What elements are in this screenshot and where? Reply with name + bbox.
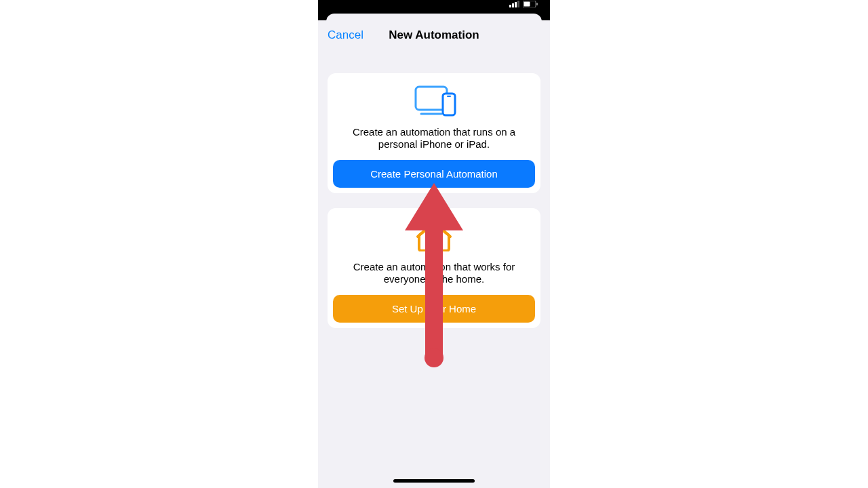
set-up-home-button[interactable]: Set Up Your Home — [333, 295, 535, 323]
battery-icon — [523, 1, 538, 9]
personal-description: Create an automation that runs on a pers… — [333, 126, 535, 160]
home-description: Create an automation that works for ever… — [333, 261, 535, 295]
personal-automation-card: Create an automation that runs on a pers… — [328, 73, 540, 193]
create-personal-automation-button[interactable]: Create Personal Automation — [333, 160, 535, 188]
sheet-top — [318, 14, 550, 20]
signal-icon — [509, 1, 520, 9]
status-bar — [318, 0, 550, 14]
svg-point-12 — [425, 348, 443, 367]
content-area: Create an automation that runs on a pers… — [318, 73, 550, 328]
home-icon — [415, 220, 453, 251]
status-indicators — [509, 0, 538, 9]
svg-rect-10 — [447, 96, 451, 97]
phone-frame: Cancel New Automation Create an automati… — [318, 0, 550, 488]
modal-header: Cancel New Automation — [318, 20, 550, 54]
cancel-button[interactable]: Cancel — [328, 28, 363, 42]
svg-rect-2 — [515, 2, 517, 7]
svg-rect-3 — [517, 1, 519, 7]
svg-rect-6 — [536, 3, 538, 5]
devices-icon — [412, 85, 456, 117]
svg-rect-5 — [524, 2, 530, 7]
svg-rect-1 — [512, 3, 514, 7]
home-automation-card: Create an automation that works for ever… — [328, 208, 540, 328]
svg-rect-0 — [509, 5, 511, 7]
home-indicator[interactable] — [393, 479, 475, 483]
